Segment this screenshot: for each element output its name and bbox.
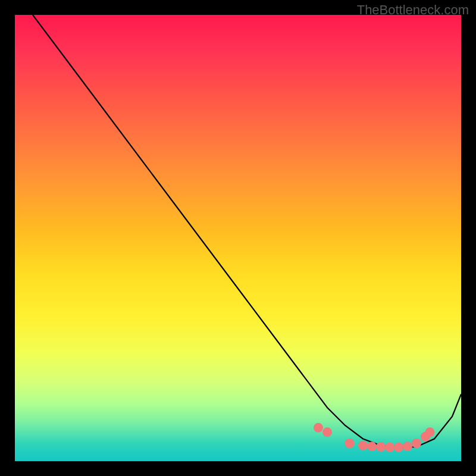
optimal-range-markers	[314, 423, 435, 452]
marker-dot	[322, 427, 332, 437]
marker-dot	[358, 441, 368, 450]
marker-dot	[394, 443, 403, 452]
marker-dot	[425, 427, 435, 437]
marker-dot	[385, 443, 394, 452]
marker-dot	[314, 423, 323, 433]
marker-dot	[367, 441, 377, 451]
marker-dot	[403, 441, 412, 451]
marker-dot	[376, 442, 386, 452]
marker-dot	[412, 439, 421, 448]
bottleneck-curve	[33, 15, 461, 448]
chart-svg	[15, 15, 461, 461]
watermark-text: TheBottleneck.com	[357, 2, 469, 18]
marker-dot	[345, 439, 355, 448]
chart-plot-area	[15, 15, 461, 461]
